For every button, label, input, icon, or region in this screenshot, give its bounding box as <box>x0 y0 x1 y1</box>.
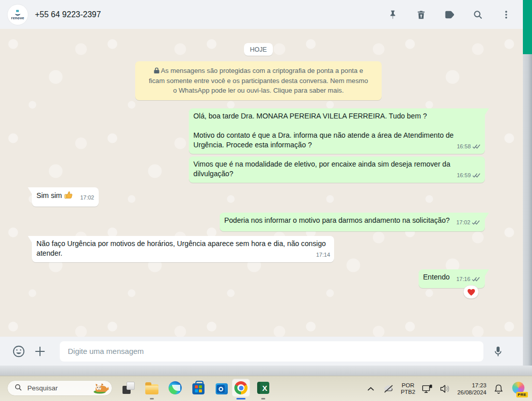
message-bubble-incoming[interactable]: Não faço Urgência por motivos de horário… <box>32 236 334 262</box>
edge-button[interactable] <box>166 379 184 397</box>
chat-header: renove +55 64 9223-2397 <box>0 0 523 29</box>
contact-avatar[interactable]: renove <box>8 5 28 25</box>
double-check-icon <box>472 220 480 225</box>
avatar-label: renove <box>11 16 24 20</box>
encryption-notice-text: As mensagens são protegidas com a cripto… <box>149 67 368 94</box>
emoji-icon[interactable] <box>11 344 26 359</box>
microsoft-store-icon <box>192 383 204 394</box>
scrollbar-track[interactable] <box>523 0 532 366</box>
message-time: 17:14 <box>316 250 330 260</box>
header-actions <box>386 8 513 21</box>
message-text: Não faço Urgência por motivos de horário… <box>36 239 330 258</box>
message-bubble-incoming[interactable]: Sim sim 17:02 <box>32 187 99 207</box>
volume-icon[interactable] <box>439 383 451 394</box>
taskbar-search-icon <box>14 383 22 393</box>
search-highlight-corgi-image <box>92 380 110 396</box>
label-icon[interactable] <box>443 8 456 21</box>
double-check-icon <box>472 276 480 282</box>
chrome-icon <box>234 381 248 394</box>
clock-time: 17:23 <box>457 382 486 389</box>
message-time: 17:02 <box>80 193 94 203</box>
message-bubble-outgoing[interactable]: Poderia nos informar o motivo para darmo… <box>220 213 485 231</box>
taskbar-search-box[interactable]: Pesquisar <box>7 380 112 396</box>
copilot-pre-badge: PRE <box>516 392 528 397</box>
tray-chevron-up-icon[interactable] <box>365 383 377 394</box>
excel-icon: X <box>257 382 269 394</box>
mic-icon[interactable] <box>490 344 506 359</box>
clock[interactable]: 17:23 26/08/2024 <box>457 382 486 396</box>
reaction-heart[interactable] <box>463 285 479 299</box>
file-explorer-icon <box>145 384 158 394</box>
menu-icon[interactable] <box>500 8 513 21</box>
task-view-button[interactable] <box>119 379 138 397</box>
message-bubble-outgoing[interactable]: Vimos que é na modalidade de eletivo, po… <box>189 156 485 183</box>
message-time: 16:59 <box>457 171 471 180</box>
notification-bell-icon[interactable] <box>493 383 504 394</box>
message-time: 17:16 <box>456 274 470 284</box>
task-view-icon <box>122 382 135 394</box>
date-divider: HOJE <box>244 43 273 56</box>
message-text: Vimos que é na modalidade de eletivo, po… <box>193 159 480 179</box>
edge-icon <box>169 381 182 394</box>
outlook-icon <box>216 383 228 394</box>
renove-logo-icon <box>14 9 21 16</box>
window-bottom-edge <box>0 366 532 376</box>
message-input[interactable] <box>60 341 483 362</box>
thumbs-up-emoji <box>64 190 73 203</box>
message-time: 16:58 <box>457 142 471 151</box>
scrollbar-thumb[interactable] <box>523 0 532 54</box>
onedrive-paused-icon[interactable] <box>383 383 394 394</box>
network-icon[interactable] <box>422 383 433 394</box>
file-explorer-button[interactable] <box>143 379 161 397</box>
delete-icon[interactable] <box>415 8 428 21</box>
excel-button[interactable]: X <box>254 379 272 397</box>
composer-bar <box>0 337 523 366</box>
outlook-button[interactable] <box>213 379 231 397</box>
taskbar: Pesquisar <box>0 376 532 401</box>
attach-plus-icon[interactable] <box>32 344 48 359</box>
heart-icon <box>467 289 475 296</box>
message-bubble-outgoing[interactable]: Olá, boa tarde Dra. MONARA PEREIRA VILEL… <box>189 108 485 154</box>
taskbar-search-label: Pesquisar <box>27 384 92 392</box>
message-time: 17:02 <box>456 218 470 227</box>
message-text: Olá, boa tarde Dra. MONARA PEREIRA VILEL… <box>193 111 480 150</box>
search-icon[interactable] <box>471 8 484 21</box>
clock-date: 26/08/2024 <box>457 389 486 396</box>
language-indicator[interactable]: POR PTB2 <box>401 382 416 395</box>
chrome-button[interactable] <box>232 379 250 397</box>
double-check-icon <box>472 173 481 178</box>
screen: renove +55 64 9223-2397 <box>0 0 532 401</box>
encryption-notice[interactable]: As mensagens são protegidas com a cripto… <box>135 61 382 100</box>
system-tray: POR PTB2 17:23 26/08/2024 <box>365 376 526 401</box>
pin-icon[interactable] <box>386 8 399 21</box>
contact-phone[interactable]: +55 64 9223-2397 <box>35 10 101 19</box>
message-text: Entendo <box>423 273 450 281</box>
chat-message-list: HOJE As mensagens são protegidas com a c… <box>0 29 523 337</box>
message-text: Poderia nos informar o motivo para darmo… <box>224 216 450 224</box>
double-check-icon <box>472 144 481 149</box>
store-button[interactable] <box>189 379 208 397</box>
lock-icon <box>154 66 159 76</box>
message-text: Sim sim <box>36 191 62 199</box>
copilot-button[interactable]: PRE <box>511 381 526 396</box>
